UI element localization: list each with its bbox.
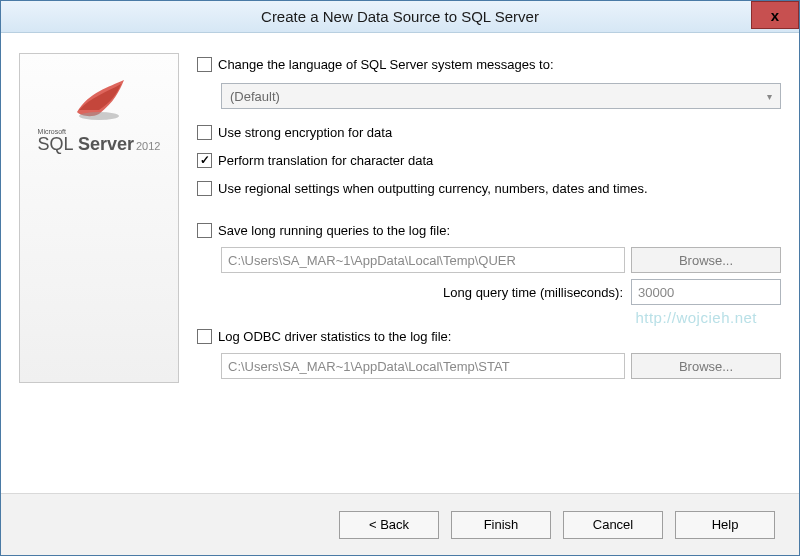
dialog-footer: < Back Finish Cancel Help <box>1 493 799 555</box>
log-odbc-checkbox[interactable] <box>197 329 212 344</box>
dialog-body: Microsoft SQL Server2012 http://wojcieh.… <box>1 33 799 493</box>
odbc-browse-button[interactable]: Browse... <box>631 353 781 379</box>
long-query-browse-button[interactable]: Browse... <box>631 247 781 273</box>
regional-settings-checkbox[interactable] <box>197 181 212 196</box>
save-long-queries-row: Save long running queries to the log fil… <box>197 219 781 241</box>
language-select[interactable]: (Default) ▾ <box>221 83 781 109</box>
form-area: http://wojcieh.net Change the language o… <box>197 53 781 483</box>
dialog-window: Create a New Data Source to SQL Server x… <box>0 0 800 556</box>
regional-settings-label: Use regional settings when outputting cu… <box>218 181 648 196</box>
help-button[interactable]: Help <box>675 511 775 539</box>
perform-translation-label: Perform translation for character data <box>218 153 433 168</box>
brand-year: 2012 <box>136 140 160 152</box>
finish-button[interactable]: Finish <box>451 511 551 539</box>
odbc-path-input[interactable]: C:\Users\SA_MAR~1\AppData\Local\Temp\STA… <box>221 353 625 379</box>
long-query-time-row: Long query time (milliseconds): 30000 <box>197 279 781 305</box>
sql-server-brand-text: Microsoft SQL Server2012 <box>38 128 161 153</box>
close-button[interactable]: x <box>751 1 799 29</box>
wizard-sidebar-image: Microsoft SQL Server2012 <box>19 53 179 383</box>
svg-point-0 <box>79 112 119 120</box>
perform-translation-row: Perform translation for character data <box>197 149 781 171</box>
perform-translation-checkbox[interactable] <box>197 153 212 168</box>
save-long-queries-label: Save long running queries to the log fil… <box>218 223 450 238</box>
save-long-queries-checkbox[interactable] <box>197 223 212 238</box>
cancel-button[interactable]: Cancel <box>563 511 663 539</box>
long-query-path-row: C:\Users\SA_MAR~1\AppData\Local\Temp\QUE… <box>197 247 781 273</box>
brand-sql-server: SQL Server <box>38 134 134 154</box>
long-query-time-input[interactable]: 30000 <box>631 279 781 305</box>
language-select-row: (Default) ▾ <box>197 81 781 115</box>
close-icon: x <box>771 7 779 24</box>
regional-settings-row: Use regional settings when outputting cu… <box>197 177 781 199</box>
chevron-down-icon: ▾ <box>767 91 772 102</box>
log-odbc-label: Log ODBC driver statistics to the log fi… <box>218 329 451 344</box>
sql-server-logo-icon <box>69 72 129 122</box>
strong-encryption-label: Use strong encryption for data <box>218 125 392 140</box>
log-odbc-row: Log ODBC driver statistics to the log fi… <box>197 325 781 347</box>
strong-encryption-checkbox[interactable] <box>197 125 212 140</box>
change-language-checkbox[interactable] <box>197 57 212 72</box>
change-language-label: Change the language of SQL Server system… <box>218 57 554 72</box>
long-query-path-input[interactable]: C:\Users\SA_MAR~1\AppData\Local\Temp\QUE… <box>221 247 625 273</box>
back-button[interactable]: < Back <box>339 511 439 539</box>
strong-encryption-row: Use strong encryption for data <box>197 121 781 143</box>
titlebar: Create a New Data Source to SQL Server x <box>1 1 799 33</box>
language-select-value: (Default) <box>230 89 280 104</box>
odbc-path-row: C:\Users\SA_MAR~1\AppData\Local\Temp\STA… <box>197 353 781 379</box>
change-language-row: Change the language of SQL Server system… <box>197 53 781 75</box>
window-title: Create a New Data Source to SQL Server <box>1 8 799 25</box>
long-query-time-label: Long query time (milliseconds): <box>443 285 623 300</box>
